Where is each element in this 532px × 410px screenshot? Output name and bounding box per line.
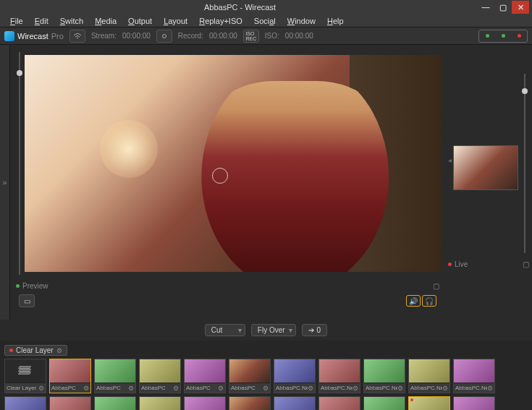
record-button[interactable]	[156, 30, 172, 43]
shot-item[interactable]: AbbasPC.Net_⚙	[184, 396, 226, 410]
shot-thumbnail	[185, 397, 225, 410]
shot-item[interactable]: AbbasPC.Net_⚙	[453, 396, 495, 410]
shot-item[interactable]: AbbasPC⚙	[229, 359, 271, 393]
shot-item[interactable]: AbbasPC.Net.jp⚙	[318, 359, 360, 393]
shot-thumbnail	[229, 397, 270, 410]
left-audio-slider[interactable]	[14, 48, 25, 279]
shot-thumbnail	[185, 359, 225, 383]
gear-icon[interactable]: ⚙	[218, 385, 224, 392]
shot-item[interactable]: AbbasPC⚙	[139, 359, 181, 393]
shot-thumbnail	[364, 359, 405, 383]
shot-thumbnail	[140, 397, 180, 410]
pip-button[interactable]: ▭	[19, 294, 35, 307]
shot-label: AbbasPC⚙	[140, 383, 180, 393]
shot-thumbnail	[364, 397, 405, 410]
transition-cut-select[interactable]: Cut	[205, 324, 245, 336]
shot-thumbnail	[319, 359, 360, 383]
clear-layer-button[interactable]: Clear Layer ⚙	[4, 345, 67, 356]
live-status-dot	[448, 262, 452, 266]
stream-label: Stream:	[91, 32, 117, 40]
menu-help[interactable]: Help	[321, 15, 350, 27]
gear-icon[interactable]: ⚙	[173, 385, 179, 392]
gear-icon[interactable]: ⚙	[83, 385, 89, 392]
close-button[interactable]: ✕	[512, 1, 529, 14]
menu-switch[interactable]: Switch	[54, 15, 89, 27]
gear-icon[interactable]: ⚙	[56, 347, 62, 354]
menu-edit[interactable]: Edit	[29, 15, 54, 27]
monitor-icon[interactable]: ▢	[433, 282, 439, 290]
go-button[interactable]: ➔ 0	[302, 324, 328, 336]
shot-item[interactable]: AbbasPC.Net_⚙	[229, 396, 271, 410]
speaker-button[interactable]: 🔊	[406, 295, 421, 307]
product-edition: Pro	[51, 32, 64, 40]
status-red[interactable]	[512, 31, 526, 41]
shot-item[interactable]: AbbasPC⚙	[49, 359, 91, 393]
menu-window[interactable]: Window	[282, 15, 321, 27]
gear-icon[interactable]: ⚙	[128, 385, 134, 392]
shot-label: AbbasPC⚙	[50, 383, 90, 393]
shot-item[interactable]: AbbasPC⚙	[184, 359, 226, 393]
gear-icon[interactable]: ⚙	[487, 385, 493, 392]
shot-thumbnail	[319, 397, 360, 410]
shot-item[interactable]: AbbasPC.Net_⚙	[49, 396, 91, 410]
record-label: Record:	[178, 32, 203, 40]
iso-time: 00:00:00	[285, 32, 313, 40]
preview-label: Preview	[22, 282, 48, 290]
shot-item[interactable]: AbbasPC.Ne⚙	[408, 396, 450, 410]
toolbar: Wirecast Pro Stream: 00:00:00 Record: 00…	[0, 27, 532, 45]
preview-status-dot	[16, 284, 20, 288]
left-collapse[interactable]: »	[0, 45, 10, 320]
preview-monitor[interactable]	[25, 55, 441, 272]
shot-item[interactable]: AbbasPC.Net_⚙	[363, 396, 405, 410]
shot-item[interactable]: AbbasPC.Net_⚙	[139, 396, 181, 410]
gear-icon[interactable]: ⚙	[308, 385, 313, 392]
shot-thumbnail	[50, 359, 90, 383]
status-green[interactable]	[480, 31, 494, 41]
window-title: AbbasPC - Wirecast	[3, 3, 477, 12]
gear-icon[interactable]: ⚙	[38, 385, 44, 392]
headphones-button[interactable]: 🎧	[422, 295, 436, 307]
stream-time: 00:00:00	[122, 32, 151, 40]
minimize-button[interactable]: —	[477, 1, 494, 14]
right-audio-slider[interactable]	[520, 69, 529, 257]
shot-thumbnail	[5, 397, 46, 410]
shot-thumbnail	[274, 397, 315, 410]
status-yellow[interactable]	[496, 31, 510, 41]
shot-thumbnail	[229, 359, 270, 383]
maximize-button[interactable]: ▢	[494, 1, 512, 14]
gear-icon[interactable]: ⚙	[442, 385, 448, 392]
shot-item[interactable]: AbbasPC.Net_⚙	[94, 396, 136, 410]
transition-flyover-select[interactable]: Fly Over	[251, 324, 296, 336]
shot-item[interactable]: AbbasPC.Net3.⚙	[408, 359, 450, 393]
shot-item[interactable]: AbbasPC.Net_⚙	[274, 396, 316, 410]
shot-label: AbbasPC⚙	[95, 383, 135, 393]
shot-item[interactable]: AbbasPC.Net_⚙	[318, 396, 360, 410]
titlebar: AbbasPC - Wirecast — ▢ ✕	[0, 0, 532, 14]
iso-button[interactable]: ISOREC	[243, 30, 259, 43]
shot-item[interactable]: AbbasPC.Net.jp⚙	[274, 359, 316, 393]
live-monitor-icon[interactable]: ▢	[523, 260, 529, 268]
gear-icon[interactable]: ⚙	[263, 385, 269, 392]
shot-item[interactable]: AbbasPC.Net1.⚙	[363, 359, 405, 393]
menu-output[interactable]: Output	[122, 15, 158, 27]
shot-thumbnail	[5, 359, 46, 383]
shot-item[interactable]: Clear Layer⚙	[4, 359, 46, 393]
shot-label: AbbasPC.Net.jp⚙	[274, 383, 315, 393]
menu-media[interactable]: Media	[89, 15, 122, 27]
menu-replay-iso[interactable]: Replay+ISO	[193, 15, 248, 27]
menu-social[interactable]: Social	[248, 15, 282, 27]
menu-layout[interactable]: Layout	[158, 15, 193, 27]
shot-item[interactable]: AbbasPC⚙	[94, 359, 136, 393]
gear-icon[interactable]: ⚙	[397, 385, 403, 392]
shot-label: AbbasPC.Net1.⚙	[364, 383, 405, 393]
shot-thumbnail	[454, 359, 494, 383]
gear-icon[interactable]: ⚙	[352, 385, 358, 392]
live-prev-arrow[interactable]: ◂	[448, 156, 452, 164]
menu-file[interactable]: File	[4, 15, 29, 27]
shot-item[interactable]: AbbasPC.Net4.⚙	[453, 359, 495, 393]
shot-item[interactable]: AbbasPC.Net_⚙	[4, 396, 46, 410]
shot-thumbnail	[140, 359, 180, 383]
transition-bar: Cut Fly Over ➔ 0	[0, 320, 532, 341]
live-monitor[interactable]	[453, 145, 518, 190]
wifi-button[interactable]	[69, 30, 85, 43]
